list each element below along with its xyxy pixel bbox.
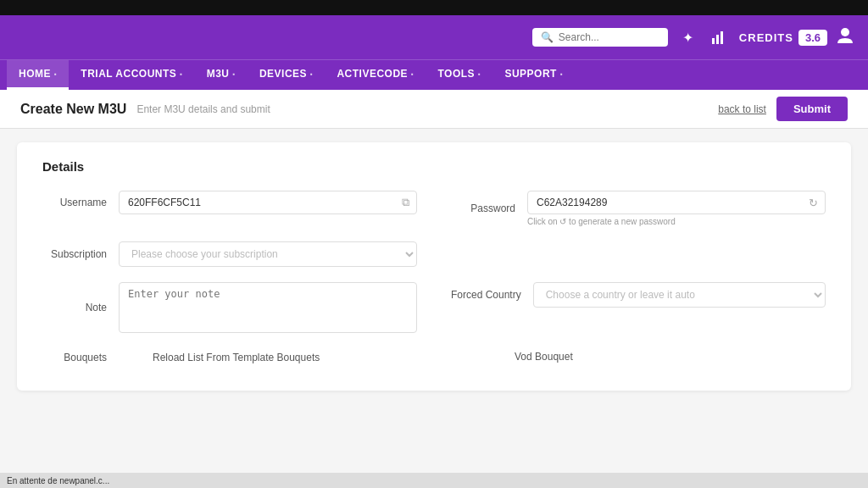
vod-bouquet-area: Vod Bouquet	[498, 348, 826, 363]
nav-item-support[interactable]: SUPPORT ▪	[492, 60, 575, 90]
nav-arrow-home: ▪	[54, 70, 57, 78]
password-field: Password ↻ Click on ↺ to generate a new …	[451, 191, 826, 226]
forced-country-field: Forced Country Choose a country or leave…	[451, 282, 826, 308]
nav-label-activecode: ACTIVECODE	[337, 68, 408, 80]
form-container: Details Username ⧉ Password	[0, 129, 868, 488]
submit-button[interactable]: Submit	[776, 97, 848, 121]
nav-arrow-support: ▪	[560, 70, 563, 78]
note-textarea[interactable]	[119, 282, 417, 333]
username-label: Username	[42, 197, 119, 208]
credits-label: CREDITS	[739, 31, 793, 44]
bouquets-row: Bouquets Reload List From Template Bouqu…	[42, 348, 826, 367]
bouquets-label: Bouquets	[42, 348, 119, 363]
form-card: Details Username ⧉ Password	[17, 142, 851, 391]
password-input-container: ↻	[527, 191, 826, 214]
stars-icon-btn[interactable]: ✦	[676, 25, 700, 49]
reload-bouquets-btn[interactable]: Reload List From Template Bouquets	[153, 348, 320, 367]
forced-country-select[interactable]: Choose a country or leave it auto	[533, 282, 826, 308]
nav-item-home[interactable]: HOME ▪	[7, 60, 69, 90]
nav-item-trial[interactable]: TRIAL ACCOUNTS ▪	[69, 60, 194, 90]
navbar: HOME ▪ TRIAL ACCOUNTS ▪ M3U ▪ DEVICES ▪ …	[0, 59, 868, 90]
note-country-row: Note Forced Country Choose a country or …	[42, 282, 826, 333]
user-icon-btn[interactable]	[836, 26, 854, 49]
nav-item-tools[interactable]: TOOLS ▪	[426, 60, 492, 90]
nav-arrow-devices: ▪	[310, 70, 313, 78]
bouquets-content: Reload List From Template Bouquets	[153, 348, 464, 367]
svg-rect-1	[716, 35, 719, 44]
page-subtitle: Enter M3U details and submit	[136, 103, 270, 115]
nav-item-activecode[interactable]: ACTIVECODE ▪	[325, 60, 426, 90]
password-label: Password	[451, 202, 527, 214]
page-header-left: Create New M3U Enter M3U details and sub…	[20, 102, 270, 117]
svg-rect-0	[712, 38, 715, 44]
username-password-row: Username ⧉ Password ↻	[42, 191, 826, 226]
chart-icon-btn[interactable]	[707, 25, 731, 49]
nav-label-home: HOME	[19, 68, 51, 80]
search-icon: 🔍	[541, 31, 554, 43]
chart-icon	[711, 30, 726, 45]
page-header: Create New M3U Enter M3U details and sub…	[0, 90, 868, 129]
status-bar: En attente de newpanel.c...	[0, 473, 868, 488]
nav-label-tools: TOOLS	[437, 68, 475, 80]
subscription-label: Subscription	[42, 248, 119, 260]
form-section-title: Details	[42, 159, 826, 174]
username-input-container: ⧉	[119, 191, 417, 214]
nav-item-m3u[interactable]: M3U ▪	[195, 60, 248, 90]
credits-value: 3.6	[798, 30, 827, 46]
page-header-right: back to list Submit	[718, 97, 848, 121]
subscription-select[interactable]: Please choose your subscription	[119, 241, 417, 267]
main-content: Create New M3U Enter M3U details and sub…	[0, 90, 868, 488]
nav-label-support: SUPPORT	[504, 68, 557, 80]
subscription-field: Subscription Please choose your subscrip…	[42, 241, 417, 267]
svg-rect-2	[721, 31, 723, 44]
note-label: Note	[42, 302, 119, 313]
stars-icon: ✦	[682, 30, 693, 46]
page-title: Create New M3U	[20, 102, 126, 117]
vod-bouquet-label: Vod Bouquet	[515, 351, 573, 363]
note-input-wrap	[119, 282, 417, 333]
subscription-input-wrap: Please choose your subscription	[119, 241, 417, 267]
username-input-wrap: ⧉	[119, 191, 417, 214]
svg-point-3	[841, 28, 849, 36]
username-input[interactable]	[120, 191, 395, 214]
subscription-row: Subscription Please choose your subscrip…	[42, 241, 826, 267]
status-text: En attente de newpanel.c...	[7, 476, 109, 485]
forced-country-label: Forced Country	[451, 289, 533, 301]
search-box[interactable]: 🔍	[532, 28, 668, 47]
search-input[interactable]	[559, 31, 659, 43]
nav-label-m3u: M3U	[207, 68, 230, 80]
credits-area: CREDITS 3.6	[739, 30, 827, 46]
top-bar	[0, 0, 868, 15]
nav-arrow-activecode: ▪	[411, 70, 414, 78]
header: 🔍 ✦ CREDITS 3.6	[0, 15, 868, 59]
password-input-wrap: ↻ Click on ↺ to generate a new password	[527, 191, 826, 226]
nav-label-devices: DEVICES	[259, 68, 307, 80]
password-hint: Click on ↺ to generate a new password	[527, 217, 826, 226]
username-field: Username ⧉	[42, 191, 417, 214]
nav-arrow-trial: ▪	[180, 70, 182, 78]
nav-label-trial: TRIAL ACCOUNTS	[81, 68, 176, 80]
password-input[interactable]	[528, 191, 802, 214]
password-refresh-icon[interactable]: ↻	[802, 197, 825, 209]
back-to-list-link[interactable]: back to list	[718, 103, 766, 115]
nav-arrow-m3u: ▪	[233, 70, 236, 78]
header-icons: ✦	[676, 25, 731, 49]
username-copy-icon[interactable]: ⧉	[395, 196, 416, 209]
nav-item-devices[interactable]: DEVICES ▪	[248, 60, 326, 90]
user-icon	[836, 26, 854, 45]
note-field: Note	[42, 282, 417, 333]
forced-country-input-wrap: Choose a country or leave it auto	[533, 282, 826, 308]
nav-arrow-tools: ▪	[478, 70, 481, 78]
